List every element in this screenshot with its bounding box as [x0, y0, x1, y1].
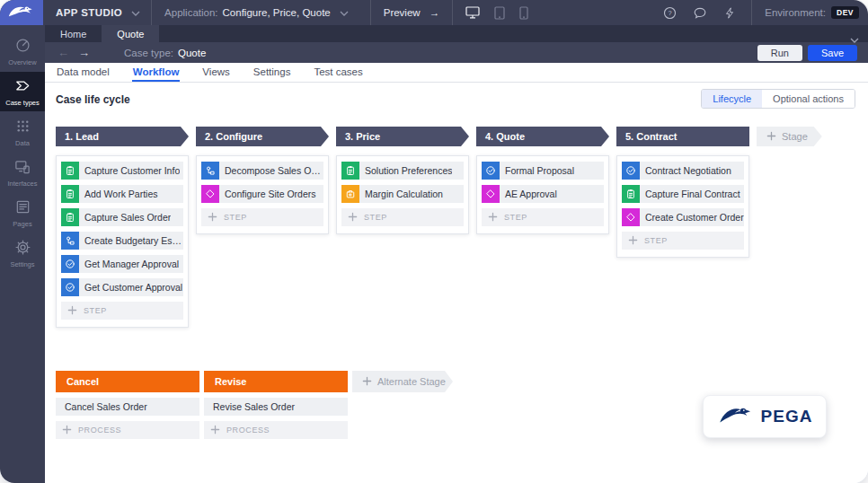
application-label: Application:	[164, 7, 217, 18]
add-process-button[interactable]: PROCESS	[56, 421, 199, 439]
step[interactable]: Create Customer Order	[622, 208, 744, 226]
settings-icon	[14, 239, 31, 258]
step[interactable]: Create Budgetary Estimate	[61, 232, 183, 250]
toggle-lifecycle[interactable]: Lifecycle	[702, 90, 762, 108]
stage-banner[interactable]: 3. Price	[336, 127, 469, 146]
collect-info-icon	[341, 162, 359, 180]
step-label: Capture Customer Info	[79, 165, 180, 176]
stage-steps-card: Decompose Sales OrderConfigure Site Orde…	[196, 155, 329, 234]
add-stage-button[interactable]: Stage	[757, 127, 822, 146]
case-subtabs: Data modelWorkflowViewsSettingsTest case…	[45, 63, 868, 83]
divider	[751, 0, 752, 25]
collect-info-icon	[622, 185, 640, 203]
step-label: Formal Proposal	[500, 165, 574, 176]
page-title: Case life cycle	[56, 93, 130, 106]
phone-preview-icon[interactable]	[519, 6, 528, 20]
application-value: Configure, Price, Quote	[223, 7, 331, 18]
subtab-views[interactable]: Views	[201, 63, 230, 82]
help-icon[interactable]: ?	[663, 6, 677, 20]
preview-arrow-icon: →	[430, 7, 440, 18]
case-type-label: Case type:	[124, 48, 173, 58]
stage-banner[interactable]: 1. Lead	[56, 127, 189, 146]
tabrow-chevron-down-icon[interactable]	[850, 31, 859, 47]
pega-logo-button[interactable]	[0, 0, 43, 25]
approval-icon	[61, 255, 79, 273]
back-arrow-icon[interactable]: ←	[58, 47, 69, 58]
step[interactable]: Contract Negotiation	[622, 162, 744, 180]
preview-button[interactable]: Preview →	[373, 0, 450, 25]
subtab-workflow[interactable]: Workflow	[132, 63, 181, 82]
sidebar-item-settings[interactable]: Settings	[0, 233, 45, 273]
plus-icon	[348, 212, 358, 224]
step[interactable]: Get Manager Approval	[61, 255, 183, 273]
plus-icon	[488, 212, 498, 224]
subtab-settings[interactable]: Settings	[252, 63, 292, 82]
forward-arrow-icon[interactable]: →	[78, 47, 90, 58]
step-label: Get Manager Approval	[79, 259, 179, 269]
pega-bird-logo-icon	[717, 402, 757, 431]
run-button[interactable]: Run	[757, 45, 802, 61]
step[interactable]: Add Work Parties	[61, 185, 183, 203]
window-tab-quote[interactable]: Quote	[102, 25, 159, 42]
alternate-step[interactable]: Cancel Sales Order	[56, 398, 199, 416]
stage-banner[interactable]: 4. Quote	[476, 127, 609, 146]
step-label: Capture Final Contract	[640, 189, 740, 199]
sidebar-item-label: Case types	[5, 99, 40, 107]
sidebar-item-interfaces[interactable]: Interfaces	[0, 153, 45, 192]
case-type-value: Quote	[178, 48, 206, 58]
main-panel: Data modelWorkflowViewsSettingsTest case…	[45, 63, 868, 483]
plus-icon	[362, 376, 372, 388]
step[interactable]: Capture Sales Order	[61, 208, 183, 226]
subtab-test-cases[interactable]: Test cases	[313, 63, 363, 82]
decision-icon	[622, 208, 640, 226]
stage-banner[interactable]: 2. Configure	[196, 127, 329, 146]
plus-icon	[628, 235, 638, 247]
tablet-preview-icon[interactable]	[494, 6, 505, 20]
step[interactable]: AE Approval	[482, 185, 604, 203]
pega-watermark: PEGA	[703, 395, 827, 438]
stage-steps-card: Solution PreferencesMargin CalculationST…	[336, 155, 469, 234]
app-window: APP STUDIO Application: Configure, Price…	[0, 0, 868, 483]
add-step-button[interactable]: STEP	[482, 208, 604, 226]
step[interactable]: Configure Site Orders	[201, 185, 323, 203]
step[interactable]: Decompose Sales Order	[201, 162, 323, 180]
step[interactable]: Margin Calculation	[341, 185, 464, 203]
alternate-stage-banner[interactable]: Cancel	[56, 371, 199, 392]
add-step-button[interactable]: STEP	[341, 208, 464, 226]
sidebar-item-data[interactable]: Data	[0, 112, 45, 152]
add-process-button[interactable]: PROCESS	[204, 421, 348, 439]
environment-badge: DEV	[831, 6, 859, 19]
window-tab-home[interactable]: Home	[45, 25, 102, 42]
step[interactable]: Solution Preferences	[341, 162, 464, 180]
step[interactable]: Formal Proposal	[482, 162, 604, 180]
sidebar-item-case-types[interactable]: Case types	[0, 72, 45, 111]
alternate-step[interactable]: Revise Sales Order	[204, 398, 348, 416]
add-step-button[interactable]: STEP	[622, 232, 744, 250]
divider	[370, 0, 371, 25]
stage-banner[interactable]: 5. Contract	[616, 127, 749, 146]
add-step-button[interactable]: STEP	[201, 208, 323, 226]
toggle-optional-actions[interactable]: Optional actions	[762, 90, 855, 108]
add-step-button[interactable]: STEP	[61, 302, 183, 320]
chat-icon[interactable]	[693, 6, 707, 20]
step[interactable]: Capture Customer Info	[61, 162, 183, 180]
alternate-stage-banner[interactable]: Revise	[204, 371, 348, 392]
subprocess-icon	[61, 232, 79, 250]
lightning-icon[interactable]	[723, 6, 736, 20]
sidebar-item-overview[interactable]: Overview	[0, 31, 45, 71]
step[interactable]: Capture Final Contract	[622, 185, 744, 203]
step[interactable]: Get Customer Approval	[61, 278, 183, 296]
application-switcher[interactable]: Application: Configure, Price, Quote	[154, 0, 368, 25]
step-label: AE Approval	[500, 189, 557, 199]
save-button[interactable]: Save	[808, 45, 857, 61]
pega-bird-icon	[7, 3, 36, 22]
preview-label: Preview	[384, 7, 421, 18]
add-alternate-stage-button[interactable]: Alternate Stage	[352, 371, 453, 392]
subprocess-icon	[201, 162, 219, 180]
sidebar-item-pages[interactable]: Pages	[0, 193, 45, 233]
app-menu-chevron-down-icon[interactable]	[131, 11, 140, 16]
subtab-data-model[interactable]: Data model	[56, 63, 111, 82]
desktop-preview-icon[interactable]	[465, 6, 480, 19]
sidebar-item-label: Data	[15, 139, 30, 147]
stage-steps-card: Contract NegotiationCapture Final Contra…	[616, 155, 749, 258]
